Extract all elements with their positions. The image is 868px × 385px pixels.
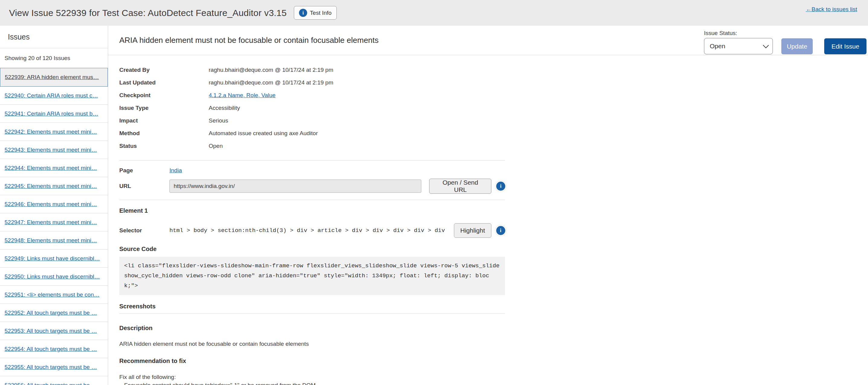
page-url-section: Page India URL Open / Send URL i xyxy=(119,161,505,200)
selector-row: Selector html > body > section:nth-child… xyxy=(119,223,505,238)
url-row: URL Open / Send URL i xyxy=(119,179,505,194)
issues-list: 522939: ARIA hidden element mus… 522940:… xyxy=(0,68,108,385)
status-value: Open xyxy=(209,143,223,149)
sidebar-item-issue[interactable]: 522943: Elements must meet mini… xyxy=(0,141,108,159)
detail-row-method: Method Automated issue created using axe… xyxy=(119,127,505,140)
sidebar-item-issue[interactable]: 522951: <li> elements must be con… xyxy=(0,286,108,304)
issue-title: ARIA hidden element must not be focusabl… xyxy=(119,36,379,45)
detail-row-status: Status Open xyxy=(119,140,505,152)
sidebar-showing-count: Showing 20 of 120 Issues xyxy=(0,48,108,68)
issue-type-value: Accessibility xyxy=(209,105,240,111)
top-header-bar: View Issue 522939 for Test Case: AutoDet… xyxy=(0,0,868,26)
sidebar-item-issue[interactable]: 522955: All touch targets must be … xyxy=(0,358,108,376)
detail-row-checkpoint: Checkpoint 4.1.2.a Name, Role, Value xyxy=(119,89,505,102)
checkpoint-link[interactable]: 4.1.2.a Name, Role, Value xyxy=(209,92,275,99)
sidebar-item-issue[interactable]: 522954: All touch targets must be … xyxy=(0,340,108,358)
page-row: Page India xyxy=(119,167,505,174)
screenshots-section: Screenshots xyxy=(119,303,505,314)
detail-row-impact: Impact Serious xyxy=(119,114,505,127)
update-button[interactable]: Update xyxy=(781,38,813,54)
sidebar-item-issue[interactable]: 522947: Elements must meet mini… xyxy=(0,213,108,232)
selector-info-icon[interactable]: i xyxy=(496,226,505,235)
detail-row-last-updated: Last Updated raghu.bhairi@deque.com @ 10… xyxy=(119,76,505,89)
sidebar-item-issue[interactable]: 522941: Certain ARIA roles must b… xyxy=(0,105,108,123)
sidebar-item-issue[interactable]: 522946: Elements must meet mini… xyxy=(0,195,108,213)
issue-details-table: Created By raghu.bhairi@deque.com @ 10/1… xyxy=(119,64,505,152)
back-to-issues-link[interactable]: ←Back to issues list xyxy=(806,6,857,13)
chevron-down-icon xyxy=(763,42,769,48)
source-code-heading: Source Code xyxy=(119,246,505,252)
test-info-label: Test Info xyxy=(310,10,332,16)
page-title: View Issue 522939 for Test Case: AutoDet… xyxy=(9,8,287,18)
recommendation-heading: Recommendation to fix xyxy=(119,357,505,364)
sidebar-item-issue[interactable]: 522952: All touch targets must be … xyxy=(0,304,108,322)
detail-row-created-by: Created By raghu.bhairi@deque.com @ 10/1… xyxy=(119,64,505,76)
sidebar-item-issue[interactable]: 522942: Elements must meet mini… xyxy=(0,123,108,141)
issue-detail-pane: ARIA hidden element must not be focusabl… xyxy=(108,26,868,385)
screenshots-heading: Screenshots xyxy=(119,303,505,310)
app-window: View Issue 522939 for Test Case: AutoDet… xyxy=(0,0,868,385)
info-icon: i xyxy=(299,9,307,17)
description-heading: Description xyxy=(119,325,505,331)
sidebar-item-issue[interactable]: 522956: All touch targets must be … xyxy=(0,376,108,385)
url-input[interactable] xyxy=(169,179,421,193)
highlight-button[interactable]: Highlight xyxy=(454,223,491,238)
recommendation-line: Focusable content should have tabindex="… xyxy=(119,381,505,385)
selector-value: html > body > section:nth-child(3) > div… xyxy=(169,227,452,234)
issue-header: ARIA hidden element must not be focusabl… xyxy=(108,26,868,55)
sidebar-heading: Issues xyxy=(0,26,108,48)
sidebar-item-issue[interactable]: 522948: Elements must meet mini… xyxy=(0,232,108,249)
sidebar-item-issue[interactable]: 522950: Links must have discernibl… xyxy=(0,268,108,286)
element-heading: Element 1 xyxy=(119,207,505,214)
element-section: Element 1 Selector html > body > section… xyxy=(119,200,505,295)
detail-row-issue-type: Issue Type Accessibility xyxy=(119,102,505,114)
edit-issue-button[interactable]: Edit Issue xyxy=(824,38,867,54)
issue-content: Created By raghu.bhairi@deque.com @ 10/1… xyxy=(108,55,505,385)
sidebar-item-issue[interactable]: 522949: Links must have discernibl… xyxy=(0,249,108,268)
description-text: ARIA hidden element must not be focusabl… xyxy=(119,341,505,347)
page-link[interactable]: India xyxy=(169,167,182,174)
url-info-icon[interactable]: i xyxy=(496,182,505,191)
issues-sidebar: Issues Showing 20 of 120 Issues 522939: … xyxy=(0,26,108,385)
method-value: Automated issue created using axe Audito… xyxy=(209,130,318,137)
issue-status-selected-option: Open xyxy=(710,42,725,50)
sidebar-item-issue[interactable]: 522945: Elements must meet mini… xyxy=(0,177,108,195)
sidebar-item-issue-selected[interactable]: 522939: ARIA hidden element mus… xyxy=(0,68,108,86)
last-updated-value: raghu.bhairi@deque.com @ 10/17/24 at 2:1… xyxy=(209,79,334,86)
impact-value: Serious xyxy=(209,117,228,124)
sidebar-item-issue[interactable]: 522944: Elements must meet mini… xyxy=(0,159,108,177)
created-by-value: raghu.bhairi@deque.com @ 10/17/24 at 2:1… xyxy=(209,67,334,73)
test-info-button[interactable]: i Test Info xyxy=(294,6,337,20)
issue-status-controls: Issue Status: Open Update Edit Issue xyxy=(704,30,867,54)
source-code-block: <li class="flexslider-views-slideshow-ma… xyxy=(119,257,505,295)
issue-status-label: Issue Status: xyxy=(704,30,773,36)
issue-status-select[interactable]: Open xyxy=(704,38,773,54)
sidebar-item-issue[interactable]: 522940: Certain ARIA roles must c… xyxy=(0,86,108,105)
sidebar-item-issue[interactable]: 522953: All touch targets must be … xyxy=(0,322,108,340)
open-send-url-button[interactable]: Open / Send URL xyxy=(429,179,491,194)
recommendation-line: Fix all of the following: xyxy=(119,373,505,381)
